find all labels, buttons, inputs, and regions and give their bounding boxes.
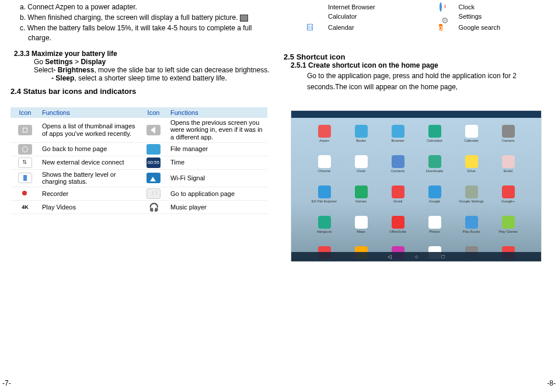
app-label: Google+ (501, 200, 515, 203)
app-item: Camera (491, 125, 525, 152)
app-item: Calendar (455, 125, 488, 152)
table-row: Go back to home page File manager (11, 142, 267, 156)
app-item: Google Settings (455, 186, 488, 212)
nav-bar: ◁ ○ □ (291, 252, 541, 261)
app-icon (428, 155, 441, 168)
app-icon (355, 216, 368, 229)
app-icon (318, 186, 331, 198)
app-icon (502, 216, 515, 229)
app-item: Calculator (418, 125, 451, 152)
app-icon (318, 125, 331, 138)
app-label: Drive (467, 169, 475, 173)
section-25: 2.5 Shortcut icon 2.5.1 Create shortcut … (284, 52, 547, 93)
app-label: Gmail (393, 200, 403, 203)
app-icon (392, 216, 404, 229)
app-item: Google (418, 186, 451, 212)
calendar-icon: 31 (307, 24, 313, 30)
th-icon-2: Icon (139, 107, 168, 118)
fn-usb: New external device connect (40, 156, 139, 169)
home-icon (18, 144, 32, 155)
table-row: 4K Play Videos 🎧 Music player (11, 200, 267, 214)
page-number-7: -7- (2, 379, 11, 387)
table-row: 31 Calendar g Google search (295, 21, 546, 34)
app-icon (355, 155, 368, 168)
fn-time: Time (168, 156, 267, 169)
app-label: Play Games (498, 230, 518, 233)
fn-apps: Go to application page (168, 187, 267, 200)
app-item: Maps (344, 216, 378, 243)
time-icon: 00:55 (147, 158, 161, 168)
th-fn-2: Functions (168, 107, 267, 118)
app-label: Maps (357, 230, 365, 233)
page-7: a. Connect Azpen to a power adapter. b. … (0, 0, 279, 392)
app-icon (355, 125, 368, 138)
fn-back: Opens the previous screen you were worki… (168, 118, 267, 142)
fn-settings: Settings (455, 12, 546, 21)
top-icon-table: Internet Browser Clock Calculator Settin… (295, 2, 546, 34)
step-a: a. Connect Azpen to a power adapter. (11, 2, 274, 12)
app-item: Photos (418, 216, 451, 243)
app-item: Contacts (381, 155, 414, 182)
battery-status-icon (18, 173, 32, 183)
app-item: Play Games (491, 216, 525, 243)
video-icon: 4K (18, 202, 32, 212)
app-label: Azpen (319, 139, 329, 142)
app-item: Clock (344, 155, 378, 182)
music-icon: 🎧 (147, 202, 161, 212)
app-item: Downloads (418, 155, 451, 182)
app-grid: AzpenBooksBrowserCalculatorCalendarCamer… (308, 125, 525, 262)
wifi-icon (147, 173, 161, 183)
app-item: Hangouts (308, 216, 341, 243)
back-icon (147, 125, 161, 135)
select-line: Select- Brightness, move the slide bar t… (11, 66, 274, 74)
section-233: 2.3.3 Maximize your battery life Go Sett… (11, 50, 274, 82)
tablet-screenshot: AzpenBooksBrowserCalculatorCalendarCamer… (284, 110, 547, 262)
app-label: Calendar (464, 139, 478, 142)
fn-wifi: Wi-Fi Signal (168, 169, 267, 187)
app-label: Play Books (462, 230, 480, 233)
fn-fm: File manager (168, 142, 267, 156)
app-icon (502, 186, 515, 198)
app-icon (428, 125, 441, 138)
app-label: Email (504, 169, 512, 173)
nav-home-icon: ○ (415, 254, 418, 260)
recent-apps-icon (18, 125, 32, 135)
app-icon (465, 186, 478, 198)
app-item: Google+ (491, 186, 525, 212)
heading-25: 2.5 Shortcut icon (284, 52, 547, 61)
app-icon (392, 155, 404, 168)
heading-251: 2.5.1 Create shortcut icon on the home p… (284, 61, 547, 69)
brightness-label: - Brightness (53, 66, 94, 74)
body-251: Go to the application page, press and ho… (284, 71, 547, 93)
table-row: Internet Browser Clock (295, 2, 546, 12)
app-item: Games (344, 186, 378, 212)
go-settings: Go Settings > Display (11, 58, 274, 66)
app-icon (318, 155, 331, 168)
app-icon (465, 125, 478, 138)
app-label: Photos (429, 230, 440, 233)
th-icon-1: Icon (11, 107, 40, 118)
apps-icon (147, 188, 161, 199)
app-label: Contacts (391, 169, 405, 173)
app-icon (392, 186, 404, 198)
table-row: New external device connect 00:55 Time (11, 156, 267, 169)
usb-icon (18, 158, 32, 168)
app-icon (355, 186, 368, 198)
app-icon (428, 216, 441, 229)
fn-google: Google search (455, 21, 546, 34)
nav-recent-icon: □ (442, 254, 445, 260)
table-row: Opens a list of thumbnail images of apps… (11, 118, 267, 142)
app-label: Camera (502, 139, 514, 142)
app-icon (502, 155, 515, 168)
app-label: Hangouts (317, 230, 332, 233)
app-label: Downloads (426, 169, 444, 173)
app-item: Browser (381, 125, 414, 152)
file-manager-icon (147, 144, 161, 155)
heading-24: 2.4 Status bar icons and indicators (11, 87, 274, 96)
app-label: Google (429, 200, 440, 203)
step-c: c. When the battery falls below 15%, it … (11, 23, 274, 42)
app-item: ES File Explorer (308, 186, 341, 212)
app-icon (465, 216, 478, 229)
app-item: Email (491, 155, 525, 182)
display-label: Display (81, 58, 106, 66)
